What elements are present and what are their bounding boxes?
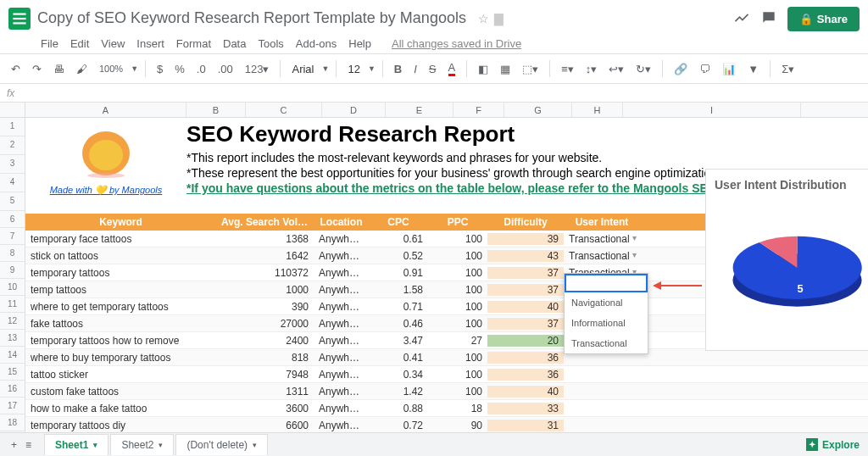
folder-icon[interactable]: ▇	[494, 12, 504, 25]
cell[interactable]: 0.88	[369, 403, 428, 414]
col-header-B[interactable]: B	[186, 103, 246, 117]
merge-icon[interactable]: ⬚▾	[518, 60, 542, 78]
row-header-13[interactable]: 13	[0, 330, 25, 347]
row-header-17[interactable]: 17	[0, 398, 25, 414]
dropdown-option[interactable]: Navigational	[565, 292, 648, 313]
cell[interactable]: Anywhere	[314, 352, 369, 364]
cell[interactable]: 0.52	[369, 250, 428, 262]
row-header-16[interactable]: 16	[0, 381, 25, 398]
cell[interactable]: 90	[428, 420, 487, 431]
cell[interactable]: 0.71	[369, 301, 428, 313]
cell[interactable]: 1368	[216, 233, 314, 245]
report-seo-link[interactable]: *If you have questions about the metrics…	[186, 181, 751, 195]
add-sheet-icon[interactable]: +	[7, 437, 21, 453]
cell[interactable]: Anywhere	[314, 301, 369, 313]
table-row[interactable]: where to buy temporary tattoos818Anywher…	[25, 349, 868, 366]
row-header-5[interactable]: 5	[0, 192, 25, 211]
col-header-C[interactable]: C	[246, 103, 322, 117]
menu-edit[interactable]: Edit	[70, 37, 89, 50]
table-row[interactable]: custom fake tattoos1311Anywhere1.4210040…	[25, 383, 868, 400]
menu-tools[interactable]: Tools	[258, 37, 283, 50]
cell[interactable]: 1.42	[369, 386, 428, 398]
font-size[interactable]: 12	[343, 60, 364, 78]
cell[interactable]: temporary tattoos how to remove	[25, 335, 216, 347]
col-header-D[interactable]: D	[322, 103, 386, 117]
menu-file[interactable]: File	[41, 37, 58, 50]
borders-icon[interactable]: ▦	[496, 60, 515, 78]
cell[interactable]: 6600	[216, 420, 314, 431]
col-header-H[interactable]: H	[572, 103, 623, 117]
halign-icon[interactable]: ≡▾	[557, 60, 578, 78]
cell[interactable]: 0.41	[369, 352, 428, 364]
made-with-link[interactable]: Made with 💛 by Mangools	[25, 185, 186, 196]
row-header-4[interactable]: 4	[0, 174, 25, 192]
cell[interactable]: 0.61	[369, 233, 428, 245]
cell[interactable]: 37	[487, 267, 564, 279]
col-header-I[interactable]: I	[623, 103, 801, 117]
cell[interactable]: temporary tattoos	[25, 267, 216, 279]
explore-button[interactable]: ✦ Explore	[806, 438, 860, 451]
cell[interactable]: Transactional▾	[564, 233, 640, 245]
cell[interactable]: 100	[428, 318, 487, 330]
chart-container[interactable]: User Intent Distribution 1 5	[705, 169, 868, 351]
cell[interactable]: where to buy temporary tattoos	[25, 352, 216, 364]
row-header-8[interactable]: 8	[0, 245, 25, 262]
redo-icon[interactable]: ↷	[28, 60, 46, 78]
activity-icon[interactable]	[733, 9, 750, 29]
menu-view[interactable]: View	[101, 37, 125, 50]
table-row[interactable]: tattoo sticker7948Anywhere0.3410036▾	[25, 366, 868, 383]
formula-bar[interactable]: fx	[0, 84, 868, 103]
col-header-G[interactable]: G	[504, 103, 572, 117]
menu-help[interactable]: Help	[348, 37, 371, 50]
cell[interactable]: tattoo sticker	[25, 369, 216, 381]
cell[interactable]: temporary tattoos diy	[25, 420, 216, 431]
doc-title[interactable]: Copy of SEO Keyword Research Report Temp…	[37, 9, 466, 26]
cell[interactable]: 31	[487, 420, 564, 431]
select-all-corner[interactable]	[0, 103, 25, 118]
cell[interactable]: 33	[487, 403, 564, 414]
cell[interactable]: Anywhere	[314, 335, 369, 347]
cell[interactable]: 1000	[216, 284, 314, 296]
row-header-11[interactable]: 11	[0, 296, 25, 313]
dropdown-option[interactable]: Transactional	[565, 333, 648, 353]
cell[interactable]: 3.47	[369, 335, 428, 347]
menu-add-ons[interactable]: Add-ons	[296, 37, 337, 50]
chevron-down-icon[interactable]: ▾	[253, 441, 257, 449]
cell[interactable]: 0.91	[369, 267, 428, 279]
cell[interactable]: 43	[487, 250, 564, 262]
cell[interactable]: 100	[428, 352, 487, 364]
row-header-3[interactable]: 3	[0, 155, 25, 174]
cell[interactable]: 0.34	[369, 369, 428, 381]
strike-icon[interactable]: S	[425, 60, 441, 78]
currency-icon[interactable]: $	[153, 60, 167, 78]
fill-color-icon[interactable]: ◧	[474, 60, 492, 78]
cell[interactable]: where to get temporary tattoos	[25, 301, 216, 313]
percent-icon[interactable]: %	[170, 60, 189, 78]
row-header-18[interactable]: 18	[0, 414, 25, 431]
rotate-icon[interactable]: ↻▾	[632, 60, 655, 78]
row-header-10[interactable]: 10	[0, 279, 25, 296]
row-header-14[interactable]: 14	[0, 347, 25, 364]
cell[interactable]: 1642	[216, 250, 314, 262]
cell[interactable]: Anywhere	[314, 403, 369, 414]
intent-dropdown[interactable]: NavigationalInformationalTransactional	[564, 273, 648, 354]
cell[interactable]: Anywhere	[314, 284, 369, 296]
menu-data[interactable]: Data	[223, 37, 246, 50]
cell[interactable]: 100	[428, 233, 487, 245]
cell[interactable]: 36	[487, 352, 564, 364]
cell[interactable]: 100	[428, 386, 487, 398]
cell[interactable]: 3600	[216, 403, 314, 414]
comments-icon[interactable]	[760, 9, 777, 29]
wrap-icon[interactable]: ↩▾	[604, 60, 628, 78]
cell[interactable]: 390	[216, 301, 314, 313]
undo-icon[interactable]: ↶	[7, 60, 25, 78]
col-header-A[interactable]: A	[25, 103, 186, 117]
cell[interactable]: Anywhere	[314, 233, 369, 245]
cell[interactable]: 0.72	[369, 420, 428, 431]
chevron-down-icon[interactable]: ▾	[93, 441, 97, 449]
cell[interactable]: 18	[428, 403, 487, 414]
row-header-1[interactable]: 1	[0, 118, 25, 136]
menu-insert[interactable]: Insert	[136, 37, 164, 50]
chart-icon[interactable]: 📊	[718, 60, 740, 78]
table-row[interactable]: temporary tattoos diy6600Anywhere0.72903…	[25, 417, 868, 434]
